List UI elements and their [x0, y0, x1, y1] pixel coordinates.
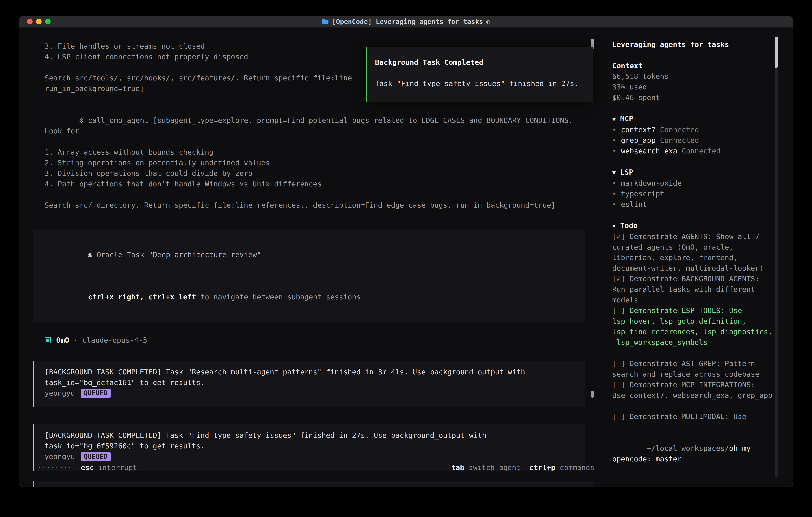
- tool-prompt-line: Search src/ directory. Return specific f…: [45, 200, 586, 210]
- window-title: [OpenCode] Leveraging agents for tasks ◐: [322, 17, 490, 27]
- status-bar-right: tab switch agent ctrl+p commands: [451, 462, 594, 473]
- agent-model: claude-opus-4-5: [82, 335, 147, 346]
- scrollbar-thumb[interactable]: [591, 391, 594, 398]
- mcp-server-status: Connected: [660, 126, 699, 134]
- todo-section-header[interactable]: ▼Todo: [612, 220, 793, 231]
- session-title: Leveraging agents for tasks: [612, 39, 793, 50]
- lsp-item: •typescript: [612, 188, 793, 199]
- app-version-number: 1.0.163: [660, 487, 690, 487]
- minimize-window-button[interactable]: [36, 19, 41, 24]
- lsp-item: •markdown-oxide: [612, 178, 793, 188]
- todo-heading-text: Todo: [620, 221, 638, 229]
- shortcut-description: to navigate between subagent sessions: [196, 293, 361, 301]
- message-text: [BACKGROUND TASK COMPLETED] Task "Resear…: [45, 366, 575, 388]
- todo-item: [✓] Demonstrate BACKGROUND AGENTS: Run p…: [612, 273, 775, 305]
- status-badge: QUEUED: [81, 389, 111, 398]
- mcp-server-name: context7: [621, 126, 656, 134]
- bullet-icon: •: [612, 200, 617, 208]
- record-icon: ◉: [88, 250, 92, 259]
- toast-body: Task "Find type safety issues" finished …: [375, 78, 585, 89]
- context-used: 33% used: [612, 82, 793, 92]
- context-tokens: 66,518 tokens: [612, 71, 793, 82]
- message-meta: yeongyu QUEUED: [45, 451, 575, 462]
- bullet-icon: •: [612, 190, 617, 198]
- bullet-icon: •: [612, 147, 617, 155]
- mcp-server-status: Connected: [682, 147, 721, 155]
- tool-prompt-line: 1. Array access without bounds checking: [45, 147, 586, 157]
- agent-header: OmO · claude-opus-4-5: [45, 335, 591, 346]
- spinner-dots: ········: [37, 462, 72, 473]
- omo-agent-icon: [45, 337, 51, 343]
- todo-item: [ ] Demonstrate AST-GREP: Pattern search…: [612, 358, 775, 379]
- activity-indicator-icon: ◐: [486, 17, 490, 27]
- lsp-section-header[interactable]: ▼LSP: [612, 167, 793, 178]
- titlebar: [OpenCode] Leveraging agents for tasks ◐: [19, 16, 793, 28]
- message-meta: yeongyu QUEUED: [45, 388, 575, 399]
- mcp-heading-text: MCP: [620, 114, 633, 123]
- workspace-path: ~/local-workspaces/oh-my-opencode: maste…: [612, 432, 775, 475]
- message-text: [BACKGROUND TASK COMPLETED] Task "Find t…: [45, 430, 575, 451]
- background-task-message: [BACKGROUND TASK COMPLETED] Task "Resear…: [33, 361, 585, 407]
- gear-icon: ⚙: [79, 116, 84, 124]
- context-heading: Context: [612, 60, 793, 71]
- mcp-server-status: Connected: [660, 136, 699, 144]
- sidebar: Leveraging agents for tasks Context 66,5…: [594, 28, 793, 487]
- tool-prompt-line: 2. String operations on potentially unde…: [45, 157, 586, 168]
- mcp-item: •context7Connected: [612, 124, 793, 135]
- tab-key-label: switch agent: [468, 462, 521, 473]
- shortcut-keys: ctrl+x right, ctrl+x left: [88, 293, 196, 301]
- tab-key-hint: tab: [451, 462, 464, 473]
- window-title-text: [OpenCode] Leveraging agents for tasks: [332, 17, 483, 27]
- lsp-server-name: typescript: [621, 190, 664, 198]
- oracle-task-card[interactable]: ◉Oracle Task "Deep architecture review" …: [33, 229, 585, 323]
- separator-dot: ·: [74, 335, 78, 346]
- background-task-toast[interactable]: Background Task Completed Task "Find typ…: [366, 47, 593, 102]
- tool-call-line: ⚙call_omo_agent [subagent_type=explore, …: [45, 104, 586, 147]
- tool-prompt-line: 3. Division operations that could divide…: [45, 168, 586, 179]
- todo-item: [✓] Demonstrate AGENTS: Show all 7 curat…: [612, 231, 775, 273]
- tool-prompt-line: 4. Path operations that don't handle Win…: [45, 179, 586, 189]
- prompt-input[interactable]: OmO Opus 4.5 Anthropic: [33, 482, 593, 487]
- app-name-regular: Open: [621, 487, 638, 487]
- esc-key-hint: esc: [81, 462, 94, 473]
- bullet-icon: •: [612, 136, 617, 144]
- agent-name: OmO: [56, 335, 69, 346]
- bullet-icon: •: [612, 179, 617, 187]
- mcp-section-header[interactable]: ▼MCP: [612, 113, 793, 124]
- bullet-icon: •: [612, 487, 617, 487]
- ctrlp-key-hint: ctrl+p: [529, 462, 555, 473]
- lsp-item: •eslint: [612, 199, 793, 210]
- todo-item-active: [ ] Demonstrate LSP TOOLS: Use lsp_hover…: [612, 305, 775, 348]
- folder-icon: [322, 19, 329, 24]
- status-bar-left: ········ esc interrupt: [37, 462, 137, 473]
- oracle-task-title-text: Oracle Task "Deep architecture review": [96, 250, 261, 259]
- chevron-down-icon: ▼: [612, 220, 616, 231]
- subagent-navigation-hint: ctrl+x right, ctrl+x left to navigate be…: [45, 281, 575, 313]
- mcp-item: •websearch_exaConnected: [612, 145, 793, 156]
- app-version: •OpenCode1.0.163: [612, 485, 793, 487]
- context-spent: $0.46 spent: [612, 92, 793, 103]
- zoom-window-button[interactable]: [45, 19, 51, 24]
- scrollbar-thumb[interactable]: [775, 36, 778, 68]
- lsp-heading-text: LSP: [620, 168, 633, 176]
- sidebar-scrollbar[interactable]: [775, 36, 778, 477]
- oracle-task-title: ◉Oracle Task "Deep architecture review": [45, 239, 575, 271]
- toast-title: Background Task Completed: [375, 57, 585, 67]
- lsp-server-name: markdown-oxide: [621, 179, 682, 187]
- todo-item: [ ] Demonstrate MULTIMODAL: Use: [612, 411, 775, 422]
- window-controls: [27, 16, 51, 27]
- workspace-path-prefix: ~/local-workspaces/: [647, 444, 729, 453]
- opencode-window: [OpenCode] Leveraging agents for tasks ◐…: [19, 16, 793, 487]
- lsp-server-name: eslint: [621, 200, 647, 208]
- close-window-button[interactable]: [27, 19, 33, 24]
- message-author: yeongyu: [45, 388, 75, 399]
- mcp-server-name: grep_app: [621, 136, 656, 144]
- tool-call-text: call_omo_agent [subagent_type=explore, p…: [45, 116, 577, 135]
- bullet-icon: •: [612, 126, 617, 134]
- status-badge: QUEUED: [81, 452, 111, 461]
- app-name-bold: Code: [638, 487, 656, 487]
- esc-key-label: interrupt: [98, 462, 137, 473]
- chevron-down-icon: ▼: [612, 167, 616, 178]
- ctrlp-key-label: commands: [560, 462, 594, 473]
- mcp-item: •grep_appConnected: [612, 135, 793, 145]
